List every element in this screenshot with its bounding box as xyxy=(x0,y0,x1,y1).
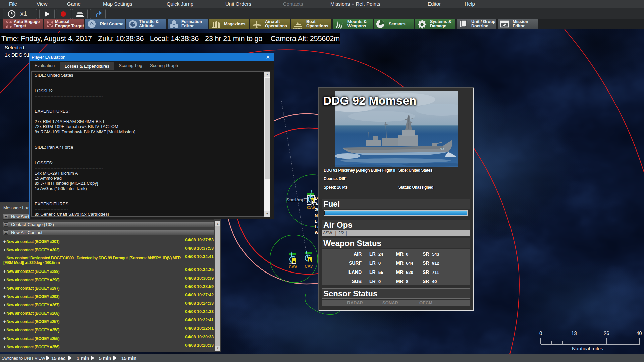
svg-text:93: 93 xyxy=(440,147,444,151)
